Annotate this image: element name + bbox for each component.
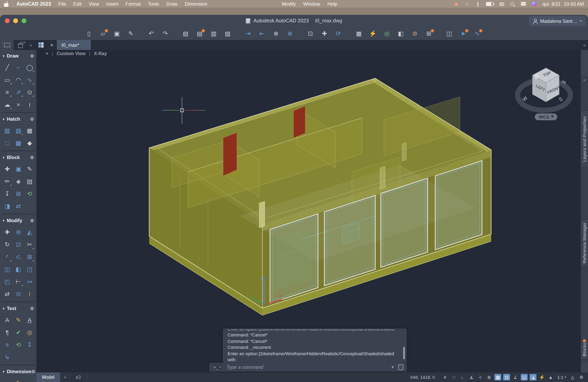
annotation-visibility-icon[interactable]: ◮ xyxy=(530,374,536,381)
wcs-dropdown[interactable]: WCS xyxy=(535,114,557,120)
quick-select-icon[interactable]: ⚡ xyxy=(369,29,377,37)
menu-insert[interactable]: Insert xyxy=(106,1,118,7)
offset-icon[interactable]: ⊂ xyxy=(13,250,24,263)
layout-grid-icon[interactable] xyxy=(38,42,43,48)
menu-edit[interactable]: Edit xyxy=(73,1,81,7)
section-gear-icon[interactable]: ⚙ xyxy=(30,116,34,122)
menu-modify[interactable]: Modify xyxy=(282,1,296,7)
dim-edit-icon[interactable]: ✎ xyxy=(13,377,24,382)
new-drawing-tab-button[interactable]: + xyxy=(50,41,54,48)
attribute-tag-icon[interactable]: ◈ xyxy=(13,175,24,187)
snap-mode-icon[interactable]: ∷ xyxy=(450,374,457,381)
section-gear-icon[interactable]: ⚙ xyxy=(30,306,34,311)
qnew-icon[interactable]: ▯ xyxy=(85,29,93,37)
collapse-panel-button[interactable]: « xyxy=(581,42,588,47)
presspull-icon[interactable]: ◧ xyxy=(13,263,24,275)
purge-icon[interactable]: ⊘ xyxy=(411,29,419,37)
close-button[interactable] xyxy=(5,18,10,23)
section-header-block[interactable]: ▾Block⚙ xyxy=(0,152,36,163)
isodraft-icon[interactable]: ∠ xyxy=(512,374,519,381)
menu-help[interactable]: Help xyxy=(327,1,337,7)
viewport-control-custom-view[interactable]: Custom View xyxy=(53,51,89,56)
save-as-icon[interactable]: ✎ xyxy=(127,29,135,37)
transparency-icon[interactable]: ▦ xyxy=(494,374,501,381)
object-snap-tracking-icon[interactable]: ⊹ xyxy=(477,374,483,381)
account-button[interactable]: Madalena Sant… ▾ xyxy=(529,16,586,26)
menu-date[interactable]: qui. 6/11 xyxy=(542,1,560,7)
arc-icon[interactable]: ◠ xyxy=(13,74,24,86)
command-prompt[interactable]: >_▾ xyxy=(211,364,222,370)
attribute-manager-icon[interactable]: ▤ xyxy=(24,175,35,187)
stag-pointer-icon[interactable]: ♘ xyxy=(464,1,470,7)
spotlight-icon[interactable] xyxy=(510,1,515,6)
customize-icon[interactable]: ⚙ xyxy=(578,374,585,381)
move-3d-icon[interactable]: ◳ xyxy=(24,263,35,275)
dim-linear-icon[interactable]: ⟷ xyxy=(24,377,35,382)
panel-tab-blocks[interactable]: Blocks xyxy=(581,340,588,360)
text-update-icon[interactable]: ⟲ xyxy=(13,339,24,351)
menu-time[interactable]: 10:43 AM xyxy=(564,1,584,7)
scale-icon[interactable]: ◰ xyxy=(1,275,13,288)
redo-icon[interactable]: ↷ xyxy=(161,29,169,37)
drawing-canvas[interactable]: +|Custom View|X-Ray xyxy=(36,50,581,372)
section-header-draw[interactable]: ▾Draw⚙ xyxy=(0,51,36,61)
undo-icon[interactable]: ↶ xyxy=(147,29,155,37)
command-recent-caret-icon[interactable]: ▼ xyxy=(391,365,394,369)
section-gear-icon[interactable]: ⚙ xyxy=(30,155,34,160)
replace-block-icon[interactable]: ⇄ xyxy=(13,200,24,212)
block-editor-icon[interactable]: ✎ xyxy=(24,163,35,175)
fillet-icon[interactable]: ◜ xyxy=(1,250,13,263)
performance-analytics-icon[interactable]: ∿ xyxy=(473,29,481,37)
ortho-icon[interactable]: ∟ xyxy=(459,374,466,381)
open-icon[interactable]: ▱ xyxy=(99,29,107,37)
attach-icon[interactable]: ⊕ xyxy=(272,29,280,37)
strip-collapse-button[interactable]: « xyxy=(581,75,588,85)
section-gear-icon[interactable]: ⚙ xyxy=(30,53,34,58)
stage-manager-icon[interactable]: ∥ xyxy=(475,1,480,7)
sync-attributes-icon[interactable]: ⟲ xyxy=(24,187,35,200)
ucs-icon[interactable]: ◎ xyxy=(383,29,391,37)
command-input[interactable]: >_▾ Type a command ▼ xyxy=(209,363,407,372)
multiline-icon[interactable]: ≡ xyxy=(1,86,13,98)
move-icon[interactable]: ✚ xyxy=(1,226,13,238)
ellipse-icon[interactable]: ⊙ xyxy=(24,86,35,98)
viewport-layout-icon[interactable]: ⊞ xyxy=(425,29,433,37)
orbit-icon[interactable]: ⟳ xyxy=(335,29,342,37)
extend-icon[interactable]: ⊢ xyxy=(13,275,24,288)
section-header-hatch[interactable]: ▾Hatch⚙ xyxy=(0,114,36,124)
annotation-scale-icon[interactable]: ▲ xyxy=(547,374,554,381)
auto-scale-icon[interactable]: ⚡ xyxy=(538,374,545,381)
selection-tool-button[interactable] xyxy=(0,40,14,50)
grid-icon[interactable]: # xyxy=(441,374,448,381)
battery-icon[interactable] xyxy=(486,2,494,6)
polar-tracking-icon[interactable]: ∡ xyxy=(468,374,475,381)
section-gear-icon[interactable]: ⚙ xyxy=(31,369,35,374)
match-properties-icon[interactable]: ◧ xyxy=(397,29,405,37)
rectangle-icon[interactable]: ▭ xyxy=(1,74,13,86)
dynamic-input-icon[interactable]: ◱ xyxy=(521,374,528,381)
panel-tab-reference-manager[interactable]: Reference Manager xyxy=(581,219,588,267)
ray-icon[interactable]: ⇗ xyxy=(13,86,24,98)
hatch-icon[interactable]: ▨ xyxy=(1,124,13,137)
zoom-button[interactable] xyxy=(21,18,26,23)
line-icon[interactable]: ╱ xyxy=(1,61,13,74)
save-web-icon[interactable]: ⊛ xyxy=(286,29,294,37)
pdf-to-text-icon[interactable]: ↧ xyxy=(24,339,35,351)
lineweight-icon[interactable]: ≣ xyxy=(486,374,492,381)
pdf-import-icon[interactable]: ↳ xyxy=(1,351,13,363)
workspace-switching-icon[interactable]: ◬ xyxy=(569,374,576,381)
define-attributes-icon[interactable]: ⊞ xyxy=(13,187,24,200)
drawing-compare-icon[interactable]: ◫ xyxy=(445,29,453,37)
tools-overflow-button[interactable]: » xyxy=(30,42,32,47)
section-gear-icon[interactable]: ⚙ xyxy=(30,218,34,223)
menu-format[interactable]: Format xyxy=(126,1,141,7)
minimize-button[interactable] xyxy=(13,18,18,23)
share-icon[interactable]: ➤ xyxy=(459,29,467,37)
import-icon[interactable]: ⇥ xyxy=(244,29,252,37)
hatch-edit-icon[interactable]: ▧ xyxy=(13,124,24,137)
stretch-icon[interactable]: ⊡ xyxy=(13,238,24,250)
menu-dimension[interactable]: Dimension xyxy=(185,1,207,7)
gradient-icon[interactable]: ▦ xyxy=(24,124,35,137)
helix-icon[interactable]: ≀ xyxy=(24,98,35,111)
batch-plot-icon[interactable]: ▤ xyxy=(196,29,204,37)
